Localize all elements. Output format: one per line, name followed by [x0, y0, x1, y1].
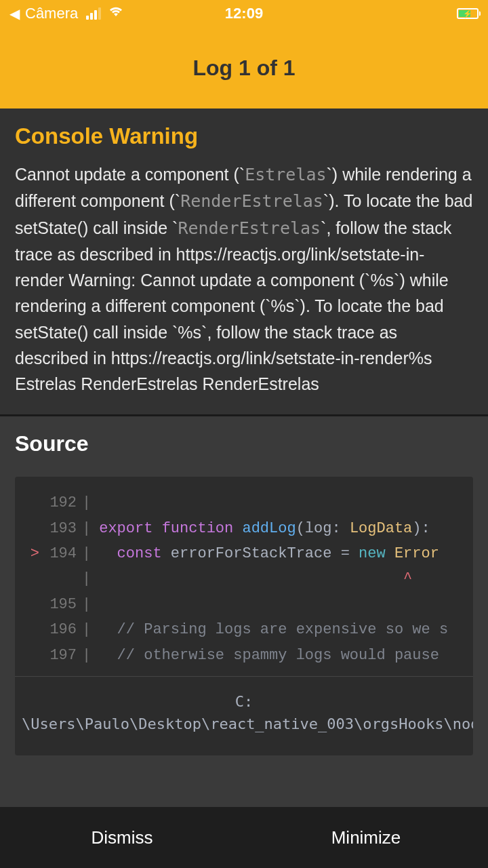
- content-area: Console Warning Cannot update a componen…: [0, 108, 488, 807]
- component-ref: RenderEstrelas: [180, 191, 323, 211]
- battery-icon: ⚡: [457, 8, 479, 19]
- code-line: 195 |: [15, 592, 473, 617]
- log-header: Log 1 of 1: [0, 27, 488, 108]
- status-time: 12:09: [225, 5, 263, 22]
- wifi-icon: [109, 7, 123, 21]
- warning-title: Console Warning: [15, 123, 473, 149]
- code-block: 192 | 193 | export function addLog(log: …: [15, 477, 473, 755]
- footer-bar: Dismiss Minimize: [0, 807, 488, 868]
- code-line: 193 | export function addLog(log: LogDat…: [15, 516, 473, 541]
- status-bar: ◀ Câmera 12:09 ⚡: [0, 0, 488, 27]
- code-line: 192 |: [15, 490, 473, 515]
- log-title: Log 1 of 1: [192, 56, 295, 81]
- source-section: Source 192 | 193 | export function addLo…: [0, 416, 488, 807]
- warning-message: Cannot update a component (`Estrelas`) w…: [15, 161, 473, 397]
- dismiss-button[interactable]: Dismiss: [0, 827, 244, 848]
- back-chevron-icon[interactable]: ◀: [9, 7, 20, 20]
- code-line: 196 | // Parsing logs are expensive so w…: [15, 617, 473, 642]
- component-ref: Estrelas: [245, 165, 326, 184]
- minimize-button[interactable]: Minimize: [244, 827, 488, 848]
- status-left: ◀ Câmera: [9, 5, 123, 22]
- code-line: 197 | // otherwise spammy logs would pau…: [15, 643, 473, 668]
- source-file-path: C: \Users\Paulo\Desktop\react_native_003…: [15, 676, 473, 742]
- source-title: Source: [15, 431, 473, 456]
- status-right: ⚡: [457, 8, 479, 19]
- code-line-highlighted: > 194 | const errorForStackTrace = new E…: [15, 541, 473, 566]
- warning-section: Console Warning Cannot update a componen…: [0, 108, 488, 416]
- code-line: | ^: [15, 566, 473, 591]
- charging-bolt-icon: ⚡: [463, 9, 472, 18]
- cellular-signal-icon: [86, 7, 101, 20]
- back-app-label[interactable]: Câmera: [25, 5, 78, 22]
- component-ref: RenderEstrelas: [178, 218, 321, 238]
